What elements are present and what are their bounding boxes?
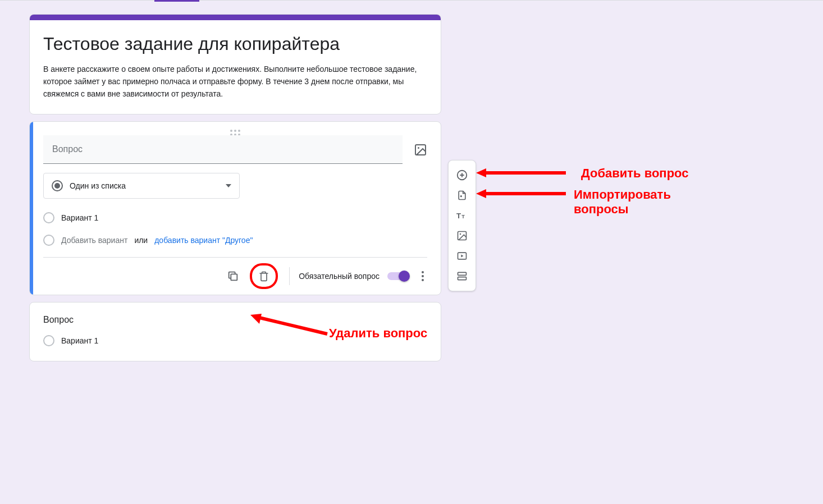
option-radio-icon [43, 235, 54, 246]
svg-marker-12 [476, 168, 486, 177]
duplicate-button[interactable] [221, 264, 245, 288]
radio-icon [52, 180, 63, 191]
inactive-question-title: Вопрос [43, 315, 427, 325]
svg-text:T: T [461, 214, 465, 219]
form-column: Тестовое задание для копирайтера В анкет… [29, 14, 441, 368]
svg-marker-14 [476, 189, 486, 198]
question-type-select[interactable]: Один из списка [43, 173, 240, 199]
top-border [0, 0, 823, 1]
add-other-link[interactable]: добавить вариант "Другое" [154, 236, 253, 245]
floating-toolbar: TT [448, 160, 476, 291]
question-title-input[interactable] [43, 135, 403, 164]
svg-line-15 [257, 317, 327, 334]
vertical-separator [289, 267, 290, 285]
arrow-delete-question [246, 311, 330, 340]
active-tab-indicator [154, 0, 199, 2]
svg-point-1 [418, 147, 419, 149]
annotation-delete-question: Удалить вопрос [329, 326, 427, 341]
annotation-add-question: Добавить вопрос [581, 166, 688, 181]
header-accent-bar [30, 15, 441, 20]
question-type-label: Один из списка [70, 181, 126, 190]
svg-rect-2 [231, 274, 237, 280]
option-1-label[interactable]: Вариант 1 [61, 213, 98, 222]
annotation-import-line1: Импортировать [574, 187, 671, 201]
add-question-button[interactable] [452, 165, 472, 185]
option-row-1[interactable]: Вариант 1 [43, 212, 427, 223]
add-section-button[interactable] [452, 266, 472, 286]
more-options-button[interactable] [416, 265, 429, 287]
add-video-button[interactable] [452, 246, 472, 266]
delete-button[interactable] [258, 270, 269, 282]
chevron-down-icon [226, 184, 231, 187]
required-label: Обязательный вопрос [299, 272, 380, 281]
form-description[interactable]: В анкете расскажите о своем опыте работы… [43, 63, 427, 100]
delete-annotation-circle [250, 263, 278, 289]
option-radio-icon [43, 335, 54, 346]
add-image-icon[interactable] [414, 143, 427, 157]
drag-handle[interactable] [30, 122, 441, 135]
svg-rect-9 [458, 272, 467, 275]
add-title-button[interactable]: TT [452, 205, 472, 226]
import-questions-button[interactable] [452, 185, 472, 205]
arrow-add-question [476, 167, 566, 178]
inactive-option-label: Вариант 1 [61, 336, 98, 345]
form-header-card[interactable]: Тестовое задание для копирайтера В анкет… [29, 14, 441, 114]
question-card-active[interactable]: Один из списка Вариант 1 Добавить вариан… [29, 121, 441, 295]
option-radio-icon [43, 212, 54, 223]
add-option-row: Добавить вариант или добавить вариант "Д… [43, 235, 427, 246]
arrow-import-questions [476, 188, 566, 199]
svg-point-7 [460, 233, 461, 235]
svg-rect-10 [458, 277, 467, 280]
required-toggle[interactable] [387, 272, 408, 280]
annotation-import-questions: Импортировать вопросы [574, 187, 671, 217]
svg-text:T: T [456, 212, 461, 220]
annotation-import-line2: вопросы [574, 202, 629, 216]
add-image-button[interactable] [452, 226, 472, 246]
svg-marker-16 [250, 314, 262, 324]
add-option-text[interactable]: Добавить вариант [61, 236, 127, 245]
form-title[interactable]: Тестовое задание для копирайтера [43, 33, 427, 56]
or-text: или [134, 236, 148, 245]
